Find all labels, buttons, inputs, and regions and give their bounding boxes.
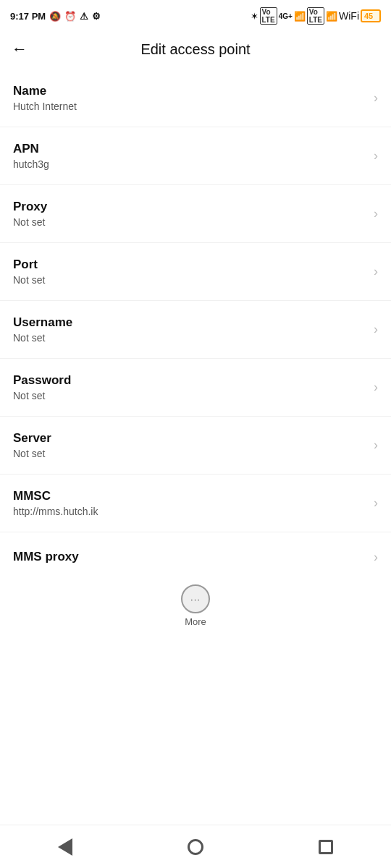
list-item-port-content: Port Not set — [13, 258, 45, 286]
status-right: ✶ VoLTE 4G+ 📶 VoLTE 📶 WiFi 45 — [251, 7, 382, 25]
settings-icon: ⚙ — [92, 11, 101, 22]
status-left: 9:17 PM 🔕 ⏰ ⚠ ⚙ — [10, 11, 101, 22]
recents-nav-icon — [319, 840, 333, 854]
chevron-icon-name: › — [374, 90, 378, 106]
list-item-name[interactable]: Name Hutch Internet › — [0, 69, 391, 127]
list-item-mmsc[interactable]: MMSC http://mms.hutch.ik › — [0, 475, 391, 532]
list-item-proxy[interactable]: Proxy Not set › — [0, 185, 391, 243]
list-item-apn-label: APN — [13, 142, 49, 156]
vo-lte-icon: VoLTE — [260, 7, 277, 25]
list-item-mms-proxy-content: MMS proxy — [13, 550, 79, 564]
list-item-username[interactable]: Username Not set › — [0, 301, 391, 359]
list-item-username-label: Username — [13, 315, 72, 330]
chevron-icon-proxy: › — [374, 206, 378, 221]
chevron-icon-password: › — [374, 380, 378, 395]
chevron-icon-port: › — [374, 264, 378, 279]
list-item-apn-content: APN hutch3g — [13, 142, 49, 170]
alarm-icon: ⏰ — [64, 11, 76, 22]
signal-bars-2: 📶 — [326, 11, 337, 22]
list-item-name-value: Hutch Internet — [13, 101, 77, 112]
chevron-icon-mms-proxy: › — [374, 550, 378, 565]
4g-plus-icon: 4G+ — [279, 12, 293, 20]
more-label: More — [185, 616, 206, 627]
list-item-apn-value: hutch3g — [13, 158, 49, 170]
list-item-port-value: Not set — [13, 274, 45, 286]
list-item-server[interactable]: Server Not set › — [0, 417, 391, 475]
mute-icon: 🔕 — [49, 11, 61, 22]
vo-lte-icon-2: VoLTE — [307, 7, 324, 25]
list-item-mmsc-label: MMSC — [13, 489, 98, 503]
time-display: 9:17 PM — [10, 11, 46, 22]
battery-indicator: 45 — [361, 9, 381, 22]
signal-bars-1: 📶 — [294, 11, 306, 22]
list-item-name-content: Name Hutch Internet — [13, 84, 77, 112]
list-item-username-value: Not set — [13, 332, 72, 344]
back-nav-button[interactable] — [41, 833, 90, 861]
chevron-icon-username: › — [374, 322, 378, 337]
more-button[interactable]: ··· — [181, 584, 210, 613]
recents-nav-button[interactable] — [301, 834, 350, 860]
list-item-username-content: Username Not set — [13, 315, 72, 344]
list-item-mmsc-value: http://mms.hutch.ik — [13, 506, 98, 517]
list-item-port[interactable]: Port Not set › — [0, 243, 391, 301]
list-item-password-value: Not set — [13, 390, 71, 401]
list-item-password-content: Password Not set — [13, 373, 71, 401]
list-item-server-value: Not set — [13, 448, 51, 459]
bluetooth-icon: ✶ — [251, 11, 258, 22]
home-nav-icon — [188, 839, 203, 855]
list-item-name-label: Name — [13, 84, 77, 98]
status-bar: 9:17 PM 🔕 ⏰ ⚠ ⚙ ✶ VoLTE 4G+ 📶 VoLTE 📶 Wi… — [0, 0, 391, 29]
nav-bar — [0, 825, 391, 868]
list-item-apn[interactable]: APN hutch3g › — [0, 127, 391, 185]
list-item-server-content: Server Not set — [13, 431, 51, 459]
back-arrow-icon: ← — [12, 40, 28, 59]
chevron-icon-apn: › — [374, 148, 378, 163]
list-item-mms-proxy[interactable]: MMS proxy › — [0, 532, 391, 576]
list-item-password[interactable]: Password Not set › — [0, 359, 391, 417]
app-bar: ← Edit access point — [0, 29, 391, 69]
back-button[interactable]: ← — [12, 40, 28, 59]
page-title: Edit access point — [36, 41, 355, 58]
back-nav-icon — [58, 838, 72, 856]
chevron-icon-server: › — [374, 438, 378, 453]
warning-icon: ⚠ — [80, 11, 88, 22]
list-item-mmsc-content: MMSC http://mms.hutch.ik — [13, 489, 98, 517]
chevron-icon-mmsc: › — [374, 495, 378, 511]
home-nav-button[interactable] — [170, 833, 221, 861]
list-item-proxy-content: Proxy Not set — [13, 200, 47, 228]
list-item-proxy-value: Not set — [13, 216, 47, 228]
list-item-mms-proxy-label: MMS proxy — [13, 550, 79, 564]
list-item-port-label: Port — [13, 258, 45, 272]
list-item-proxy-label: Proxy — [13, 200, 47, 214]
more-icon: ··· — [190, 594, 201, 605]
settings-list: Name Hutch Internet › APN hutch3g › Prox… — [0, 69, 391, 576]
list-item-password-label: Password — [13, 373, 71, 388]
wifi-icon: WiFi — [339, 10, 359, 22]
list-item-server-label: Server — [13, 431, 51, 446]
more-area: ··· More — [0, 576, 391, 631]
